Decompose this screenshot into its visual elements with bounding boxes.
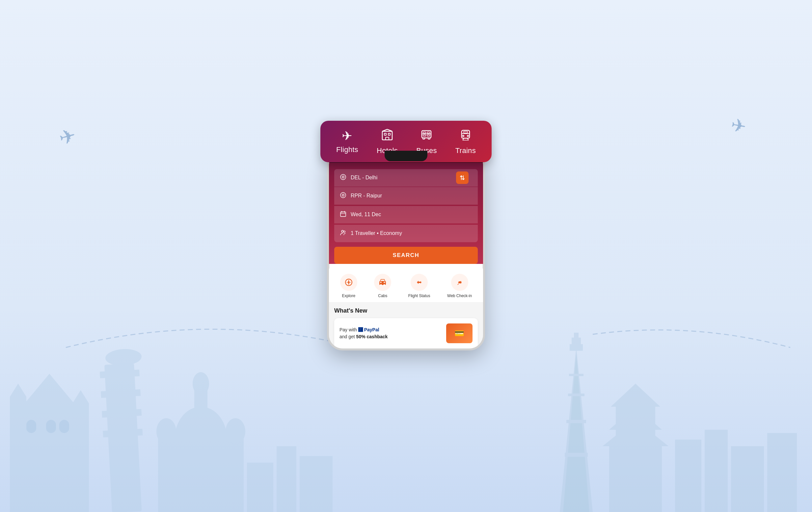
svg-marker-39 bbox=[611, 384, 660, 407]
promo-line2: and get 50% cashback bbox=[340, 333, 387, 340]
svg-marker-27 bbox=[563, 354, 589, 512]
trains-icon bbox=[459, 129, 472, 143]
flights-icon: ✈ bbox=[342, 130, 352, 142]
location-to-icon bbox=[340, 192, 347, 200]
svg-rect-2 bbox=[10, 397, 26, 512]
from-text: DEL - Delhi bbox=[351, 175, 377, 181]
phone-mockup: ✈ Flights Hotels bbox=[327, 149, 485, 351]
paypal-brand: 🅿 PayPal bbox=[358, 327, 379, 332]
to-text: RPR - Raipur bbox=[351, 193, 382, 199]
svg-point-74 bbox=[342, 230, 343, 232]
svg-point-80 bbox=[384, 284, 385, 285]
svg-rect-19 bbox=[158, 433, 175, 512]
nav-item-trains[interactable]: Trains bbox=[455, 129, 476, 155]
svg-rect-23 bbox=[247, 463, 273, 512]
nav-item-flights[interactable]: ✈ Flights bbox=[336, 130, 358, 154]
web-checkin-label: Web Check-in bbox=[447, 294, 472, 298]
svg-rect-30 bbox=[574, 333, 579, 339]
svg-rect-40 bbox=[675, 440, 701, 512]
quick-actions-bar: Explore Cabs bbox=[329, 269, 483, 302]
location-from-icon bbox=[340, 174, 347, 182]
swap-button[interactable] bbox=[456, 172, 469, 184]
svg-rect-65 bbox=[464, 131, 468, 133]
svg-rect-32 bbox=[567, 420, 586, 423]
date-field[interactable]: Wed, 11 Dec bbox=[334, 206, 478, 223]
svg-point-67 bbox=[342, 176, 344, 178]
travellers-field[interactable]: 1 Traveller • Economy bbox=[334, 225, 478, 242]
svg-rect-42 bbox=[731, 446, 764, 512]
svg-point-79 bbox=[380, 284, 382, 285]
svg-rect-24 bbox=[277, 446, 296, 512]
web-checkin-icon-circle bbox=[451, 274, 468, 291]
trains-label: Trains bbox=[455, 146, 476, 155]
promo-image: 💳 bbox=[446, 324, 472, 343]
explore-label: Explore bbox=[342, 294, 355, 298]
svg-point-20 bbox=[156, 418, 176, 445]
calendar-icon bbox=[340, 211, 347, 219]
cabs-action[interactable]: Cabs bbox=[374, 274, 391, 298]
svg-point-68 bbox=[341, 192, 346, 198]
buses-icon bbox=[420, 129, 433, 143]
svg-rect-44 bbox=[382, 131, 392, 140]
whats-new-section: What's New Pay with 🅿 PayPal and get 50%… bbox=[329, 302, 483, 349]
svg-point-14 bbox=[105, 348, 142, 367]
svg-rect-7 bbox=[46, 420, 56, 433]
date-text: Wed, 11 Dec bbox=[351, 212, 381, 217]
svg-rect-70 bbox=[341, 212, 346, 216]
flights-label: Flights bbox=[336, 145, 358, 154]
svg-rect-33 bbox=[568, 394, 584, 396]
travellers-text: 1 Traveller • Economy bbox=[351, 230, 402, 236]
promo-text: Pay with 🅿 PayPal and get 50% cashback bbox=[340, 326, 387, 340]
flight-status-label: Flight Status bbox=[408, 294, 430, 298]
cabs-icon-circle bbox=[374, 274, 391, 291]
svg-marker-3 bbox=[10, 384, 26, 397]
search-button[interactable]: SEARCH bbox=[334, 247, 478, 264]
promo-card[interactable]: Pay with 🅿 PayPal and get 50% cashback 💳 bbox=[334, 318, 478, 349]
svg-rect-82 bbox=[384, 282, 385, 283]
svg-point-18 bbox=[193, 372, 209, 395]
svg-rect-53 bbox=[427, 132, 430, 133]
cashback-text: 50% cashback bbox=[356, 334, 388, 339]
phone-notch bbox=[385, 151, 427, 161]
to-field[interactable]: RPR - Raipur bbox=[334, 187, 478, 205]
svg-rect-45 bbox=[384, 133, 386, 135]
svg-rect-34 bbox=[569, 374, 583, 376]
svg-rect-28 bbox=[570, 344, 583, 351]
svg-rect-55 bbox=[427, 135, 430, 136]
svg-rect-8 bbox=[59, 420, 69, 433]
svg-rect-54 bbox=[423, 135, 426, 136]
hotels-icon bbox=[381, 129, 394, 143]
svg-marker-5 bbox=[72, 390, 89, 403]
svg-rect-52 bbox=[423, 132, 426, 133]
svg-rect-46 bbox=[388, 133, 390, 135]
flight-status-action[interactable]: Flight Status bbox=[408, 274, 430, 298]
svg-point-69 bbox=[342, 194, 344, 196]
search-button-label: SEARCH bbox=[393, 252, 419, 258]
svg-rect-56 bbox=[423, 138, 425, 139]
svg-point-66 bbox=[341, 174, 346, 180]
svg-marker-77 bbox=[346, 279, 352, 285]
explore-icon-circle bbox=[340, 274, 357, 291]
svg-rect-31 bbox=[565, 453, 588, 457]
svg-point-22 bbox=[226, 418, 245, 445]
svg-point-75 bbox=[344, 231, 345, 232]
svg-rect-25 bbox=[300, 456, 332, 512]
svg-rect-38 bbox=[616, 407, 655, 446]
whats-new-title: What's New bbox=[334, 307, 478, 314]
web-checkin-action[interactable]: Web Check-in bbox=[447, 274, 472, 298]
from-field[interactable]: DEL - Delhi bbox=[334, 169, 478, 187]
svg-point-60 bbox=[463, 135, 464, 137]
phone-frame: DEL - Delhi RPR - Raipur bbox=[327, 149, 485, 351]
svg-rect-35 bbox=[609, 446, 662, 512]
svg-rect-81 bbox=[380, 282, 382, 283]
cabs-label: Cabs bbox=[378, 294, 387, 298]
explore-action[interactable]: Explore bbox=[340, 274, 357, 298]
svg-rect-57 bbox=[428, 138, 430, 139]
svg-point-61 bbox=[467, 135, 469, 137]
svg-rect-41 bbox=[705, 430, 728, 512]
search-section: DEL - Delhi RPR - Raipur bbox=[329, 162, 483, 264]
svg-rect-21 bbox=[227, 433, 244, 512]
svg-rect-4 bbox=[72, 403, 89, 512]
svg-rect-9 bbox=[105, 363, 142, 512]
svg-rect-6 bbox=[26, 420, 36, 433]
